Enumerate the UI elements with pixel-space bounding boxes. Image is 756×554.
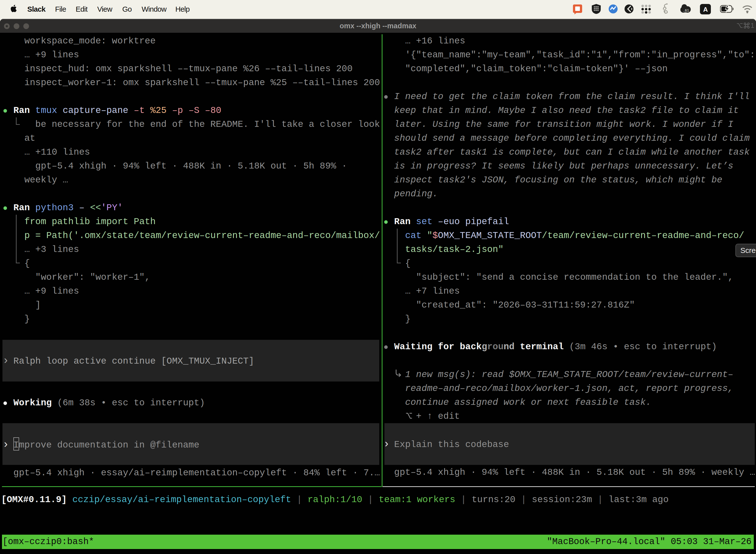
svg-text:1: 1	[751, 22, 754, 29]
svg-text:..61: ..61	[683, 8, 689, 12]
svg-text:A: A	[703, 6, 708, 13]
